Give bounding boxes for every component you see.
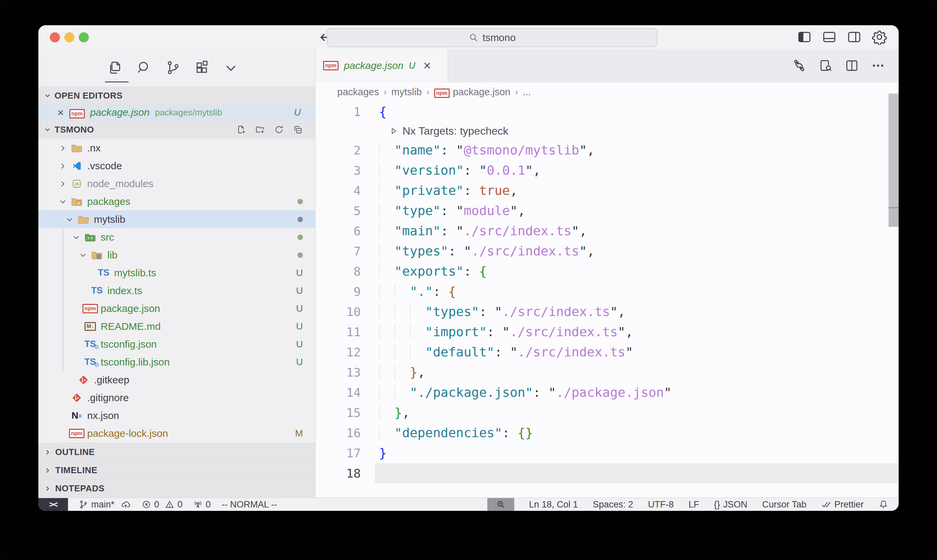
tree-item-mytslib-ts[interactable]: TSmytslib.tsU bbox=[38, 264, 315, 282]
tree-item--nx[interactable]: .nx bbox=[38, 139, 315, 157]
tree-item-lib[interactable]: lib bbox=[38, 246, 315, 264]
workspace-header[interactable]: TSMONO bbox=[38, 120, 315, 139]
close-window-button[interactable] bbox=[50, 32, 60, 42]
line-number: 5 bbox=[316, 204, 361, 218]
code-line-11[interactable]: 11 "import": "./src/index.ts", bbox=[316, 322, 899, 342]
code-line-12[interactable]: 12 "default": "./src/index.ts" bbox=[316, 342, 899, 362]
notifications-item[interactable] bbox=[879, 499, 889, 509]
tree-item-package-lock-json[interactable]: npmpackage-lock.jsonM bbox=[38, 425, 315, 442]
code-line-1[interactable]: 1{ bbox=[316, 102, 899, 122]
toggle-primary-sidebar-icon[interactable] bbox=[797, 29, 812, 45]
vim-mode-item[interactable]: -- NORMAL -- bbox=[222, 499, 277, 510]
editor-scrollbar-segment[interactable] bbox=[889, 207, 899, 227]
tree-item-mytslib[interactable]: mytslib bbox=[38, 210, 315, 228]
open-editors-header[interactable]: OPEN EDITORS bbox=[38, 86, 315, 105]
formatter-item[interactable]: Prettier bbox=[821, 499, 864, 510]
breadcrumb-item[interactable]: mytslib bbox=[391, 86, 422, 98]
views-more-chevron-icon[interactable] bbox=[223, 60, 238, 75]
encoding-item[interactable]: UTF-8 bbox=[648, 499, 674, 510]
tree-item-tsconfig-json[interactable]: TS⚙tsconfig.jsonU bbox=[38, 335, 315, 353]
code-line-17[interactable]: 17} bbox=[316, 443, 899, 463]
extensions-icon[interactable] bbox=[194, 60, 210, 75]
cursor-tab-item[interactable]: Cursor Tab bbox=[762, 499, 806, 510]
svg-text:JS: JS bbox=[74, 182, 79, 186]
search-icon bbox=[469, 33, 479, 43]
tree-item-tsconfig-lib-json[interactable]: TS⚙tsconfig.lib.jsonU bbox=[38, 353, 315, 371]
minimize-window-button[interactable] bbox=[64, 32, 74, 42]
ports-item[interactable]: 0 bbox=[193, 499, 211, 510]
tab-package-json[interactable]: npm package.json U × bbox=[316, 49, 448, 82]
open-changes-icon[interactable] bbox=[792, 58, 806, 73]
split-editor-icon[interactable] bbox=[845, 58, 859, 73]
code-editor[interactable]: 1{Nx Targets: typecheck2 "name": "@tsmon… bbox=[316, 102, 899, 497]
code-line-16[interactable]: 16 "dependencies": {} bbox=[316, 423, 899, 443]
sidebar-section-outline[interactable]: OUTLINE bbox=[38, 443, 315, 461]
sidebar-section-timeline[interactable]: TIMELINE bbox=[38, 461, 315, 479]
search-sidebar-icon[interactable] bbox=[136, 60, 152, 75]
code-line-14[interactable]: 14 "./package.json": "./package.json" bbox=[316, 382, 899, 403]
more-actions-icon[interactable] bbox=[871, 58, 885, 73]
toggle-secondary-sidebar-icon[interactable] bbox=[847, 29, 862, 45]
tree-item-packages[interactable]: packages bbox=[38, 192, 315, 210]
tree-item-src[interactable]: src bbox=[38, 228, 315, 246]
code-line-15[interactable]: 15 }, bbox=[316, 403, 899, 423]
open-preview-search-icon[interactable] bbox=[819, 58, 833, 73]
new-folder-icon[interactable] bbox=[255, 125, 265, 135]
nx-icon: Nx bbox=[69, 410, 85, 421]
branch-item[interactable]: main* bbox=[79, 499, 131, 510]
code-line-2[interactable]: 2 "name": "@tsmono/mytslib", bbox=[316, 140, 899, 160]
tree-item--gitignore[interactable]: .gitignore bbox=[38, 389, 315, 406]
indentation-item[interactable]: Spaces: 2 bbox=[593, 499, 633, 510]
eol-item[interactable]: LF bbox=[689, 499, 699, 510]
open-editors-list: ×npmpackage.jsonpackages/mytslibU bbox=[38, 105, 315, 120]
close-tab-icon[interactable]: × bbox=[423, 59, 431, 72]
code-line-4[interactable]: 4 "private": true, bbox=[316, 180, 899, 201]
codelens-run-target[interactable]: Nx Targets: typecheck bbox=[316, 122, 899, 140]
toggle-panel-icon[interactable] bbox=[822, 29, 837, 45]
line-number: 15 bbox=[316, 406, 361, 420]
problems-item[interactable]: 0 0 bbox=[142, 499, 182, 510]
tree-item-node-modules[interactable]: JSnode_modules bbox=[38, 175, 315, 192]
code-line-10[interactable]: 10 "types": "./src/index.ts", bbox=[316, 302, 899, 322]
open-editor-item[interactable]: ×npmpackage.jsonpackages/mytslibU bbox=[38, 105, 315, 120]
tree-item-nx-json[interactable]: Nxnx.json bbox=[38, 406, 315, 425]
sidebar-section-notepads[interactable]: NOTEPADS bbox=[38, 479, 315, 497]
tree-item--vscode[interactable]: .vscode bbox=[38, 157, 315, 175]
refresh-icon[interactable] bbox=[274, 125, 284, 135]
code-line-6[interactable]: 6 "main": "./src/index.ts", bbox=[316, 221, 899, 241]
code-line-9[interactable]: 9 ".": { bbox=[316, 282, 899, 302]
zoom-window-button[interactable] bbox=[79, 32, 89, 42]
line-number: 4 bbox=[316, 184, 361, 198]
ts-gear-icon: TS⚙ bbox=[83, 339, 98, 349]
code-line-18[interactable]: 18 bbox=[316, 463, 899, 483]
line-number: 18 bbox=[316, 466, 361, 480]
breadcrumb-item[interactable]: packages bbox=[337, 86, 379, 98]
language-mode-item[interactable]: {} JSON bbox=[714, 499, 747, 510]
new-file-icon[interactable] bbox=[236, 125, 246, 135]
git-decoration-dot bbox=[297, 199, 303, 204]
editor-scrollbar[interactable] bbox=[889, 94, 899, 226]
tree-item-index-ts[interactable]: TSindex.tsU bbox=[38, 282, 315, 300]
breadcrumb-item[interactable]: npmpackage.json bbox=[434, 86, 511, 98]
tree-item--gitkeep[interactable]: .gitkeep bbox=[38, 371, 315, 389]
explorer-icon[interactable] bbox=[108, 60, 123, 75]
tree-item-readme-md[interactable]: M↓README.mdU bbox=[38, 317, 315, 335]
status-bar: >< main* 0 0 bbox=[38, 497, 899, 511]
tree-item-package-json[interactable]: npmpackage.jsonU bbox=[38, 300, 315, 317]
cursor-position-item[interactable]: Ln 18, Col 1 bbox=[529, 499, 578, 510]
command-center-search[interactable]: tsmono bbox=[327, 28, 657, 47]
breadcrumb-item[interactable]: ... bbox=[523, 86, 531, 98]
code-line-3[interactable]: 3 "version": "0.0.1", bbox=[316, 160, 899, 180]
close-editor-icon[interactable]: × bbox=[57, 107, 64, 118]
code-line-8[interactable]: 8 "exports": { bbox=[316, 261, 899, 282]
screencast-zoom-button[interactable] bbox=[487, 498, 514, 511]
source-control-icon[interactable] bbox=[165, 60, 181, 75]
code-line-5[interactable]: 5 "type": "module", bbox=[316, 201, 899, 221]
code-line-13[interactable]: 13 }, bbox=[316, 362, 899, 382]
settings-gear-icon[interactable] bbox=[872, 29, 887, 45]
git-decoration-dot bbox=[297, 235, 303, 240]
collapse-all-icon[interactable] bbox=[293, 125, 303, 135]
code-line-7[interactable]: 7 "types": "./src/index.ts", bbox=[316, 241, 899, 261]
remote-indicator[interactable]: >< bbox=[38, 498, 68, 511]
line-number: 9 bbox=[316, 285, 361, 298]
